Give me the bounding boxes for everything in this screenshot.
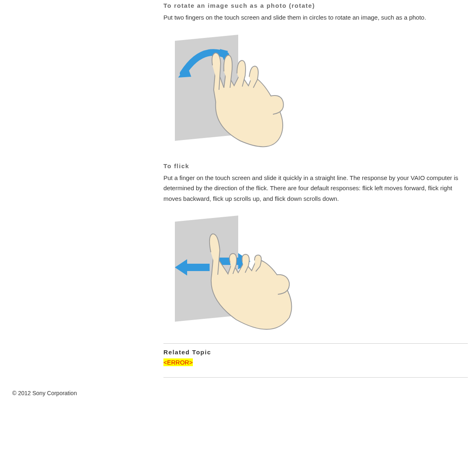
main-content: To rotate an image such as a photo (rota…: [163, 0, 468, 378]
related-topic-heading: Related Topic: [163, 349, 468, 356]
divider-top: [163, 343, 468, 344]
flick-body: Put a finger on the touch screen and sli…: [163, 173, 468, 204]
rotate-illustration: [167, 33, 468, 151]
flick-heading: To flick: [163, 162, 468, 169]
copyright-footer: © 2012 Sony Corporation: [12, 390, 476, 400]
rotate-heading: To rotate an image such as a photo (rota…: [163, 2, 468, 9]
divider-bottom: [163, 377, 468, 378]
related-topic-link-error[interactable]: <ERROR>: [163, 358, 193, 366]
section-rotate: To rotate an image such as a photo (rota…: [163, 2, 468, 151]
section-flick: To flick Put a finger on the touch scree…: [163, 162, 468, 332]
rotate-body: Put two fingers on the touch screen and …: [163, 12, 468, 23]
flick-illustration: [167, 213, 468, 332]
svg-rect-4: [187, 264, 210, 271]
